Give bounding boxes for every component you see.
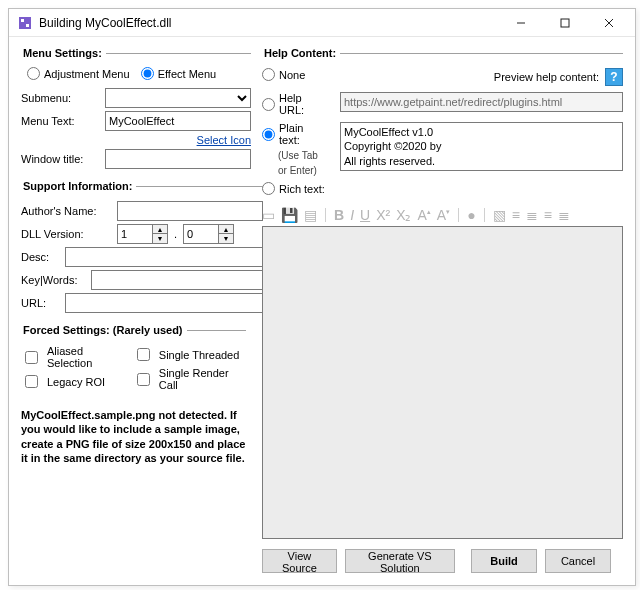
cancel-button[interactable]: Cancel [545,549,611,573]
menu-text-input[interactable] [105,111,251,131]
plain-text-area[interactable]: MyCoolEffect v1.0 Copyright ©2020 by All… [340,122,623,171]
desc-label: Desc: [21,251,59,263]
effect-menu-radio[interactable]: Effect Menu [141,67,217,80]
align-justify-icon[interactable]: ≣ [558,208,570,222]
close-button[interactable] [587,10,631,36]
app-icon [17,15,33,31]
maximize-button[interactable] [543,10,587,36]
window-title: Building MyCoolEffect.dll [39,16,499,30]
window-title-label: Window title: [21,153,99,165]
submenu-select[interactable] [105,88,251,108]
help-content-group: Help Content: None Preview help content:… [262,47,623,198]
author-label: Author's Name: [21,205,111,217]
help-url-input[interactable] [340,92,623,112]
up-icon[interactable]: ▲ [153,225,167,234]
rich-text-editor[interactable] [262,226,623,539]
help-url-radio[interactable]: Help URL: [262,92,326,116]
italic-icon[interactable]: I [350,208,354,222]
single-render-check[interactable]: Single Render Call [133,367,246,391]
svg-rect-2 [26,24,29,27]
svg-rect-4 [561,19,569,27]
up-icon[interactable]: ▲ [219,225,233,234]
preview-help-label: Preview help content: [494,71,599,83]
keywords-input[interactable] [91,270,263,290]
minimize-button[interactable] [499,10,543,36]
sample-note: MyCoolEffect.sample.png not detected. If… [21,408,246,465]
button-bar: View Source Generate VS Solution Build C… [262,539,623,585]
rich-toolbar: ▭ 💾 ▤ B I U X² X₂ A▴ A▾ ● ▧ ≡ ≣ ≡ ≣ [262,206,623,226]
eraser-icon[interactable]: ▭ [262,208,275,222]
single-threaded-check[interactable]: Single Threaded [133,345,246,364]
version-minor-spinner[interactable]: ▲▼ [183,224,234,244]
subscript-icon[interactable]: X₂ [396,208,411,222]
image-icon[interactable]: ▧ [493,208,506,222]
select-icon-link[interactable]: Select Icon [197,134,251,146]
down-icon[interactable]: ▼ [153,234,167,243]
document-icon[interactable]: ▤ [304,208,317,222]
keywords-label: Key|Words: [21,274,85,286]
align-left-icon[interactable]: ≡ [512,208,520,222]
desc-input[interactable] [65,247,263,267]
font-smaller-icon[interactable]: A▾ [437,208,450,222]
submenu-label: Submenu: [21,92,99,104]
author-input[interactable] [117,201,263,221]
dialog-window: Building MyCoolEffect.dll Menu Settings:… [8,8,636,586]
plain-text-radio[interactable]: Plain text: [262,122,326,146]
build-button[interactable]: Build [471,549,537,573]
adjustment-menu-radio[interactable]: Adjustment Menu [27,67,130,80]
support-info-legend: Support Information: [21,180,136,192]
legacy-roi-check[interactable]: Legacy ROI [21,372,125,391]
generate-vs-button[interactable]: Generate VS Solution [345,549,455,573]
save-icon[interactable]: 💾 [281,208,298,222]
titlebar: Building MyCoolEffect.dll [9,9,635,37]
align-center-icon[interactable]: ≣ [526,208,538,222]
aliased-selection-check[interactable]: Aliased Selection [21,345,125,369]
menu-settings-group: Menu Settings: Adjustment Menu Effect Me… [21,47,251,172]
down-icon[interactable]: ▼ [219,234,233,243]
underline-icon[interactable]: U [360,208,370,222]
view-source-button[interactable]: View Source [262,549,337,573]
bold-icon[interactable]: B [334,208,344,222]
font-larger-icon[interactable]: A▴ [417,208,430,222]
window-title-input[interactable] [105,149,251,169]
preview-help-button[interactable]: ? [605,68,623,86]
forced-settings-legend: Forced Settings: (Rarely used) [21,324,187,336]
url-input[interactable] [65,293,263,313]
support-info-group: Support Information: Author's Name: DLL … [21,180,263,316]
svg-rect-0 [19,17,31,29]
menu-settings-legend: Menu Settings: [21,47,106,59]
menu-text-label: Menu Text: [21,115,99,127]
help-none-radio[interactable]: None [262,68,305,81]
forced-settings-group: Forced Settings: (Rarely used) Aliased S… [21,324,246,394]
url-label: URL: [21,297,59,309]
help-content-legend: Help Content: [262,47,340,59]
rich-text-radio[interactable]: Rich text: [262,182,325,195]
dll-version-label: DLL Version: [21,228,111,240]
svg-rect-1 [21,19,24,22]
superscript-icon[interactable]: X² [376,208,390,222]
align-right-icon[interactable]: ≡ [544,208,552,222]
version-major-spinner[interactable]: ▲▼ [117,224,168,244]
bullet-icon[interactable]: ● [467,208,475,222]
